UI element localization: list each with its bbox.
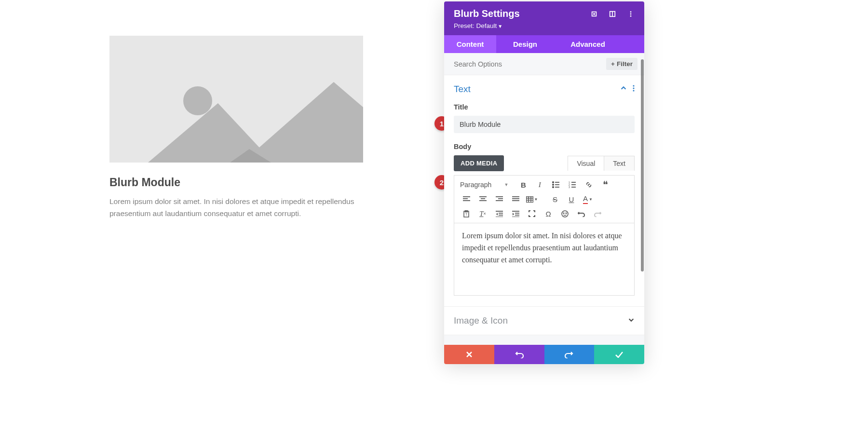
title-field-label: Title (454, 103, 635, 111)
format-select-label: Paragraph (460, 181, 491, 189)
blurb-preview: Blurb Module Lorem ipsum dolor sit amet.… (109, 36, 363, 220)
section-text: Text Title Body ADD MEDIA Visual Text (444, 75, 644, 307)
cancel-button[interactable] (444, 345, 494, 364)
placeholder-image (109, 36, 363, 163)
svg-point-16 (553, 187, 554, 188)
tab-design[interactable]: Design (496, 35, 554, 53)
align-center-icon[interactable] (475, 193, 491, 205)
body-field-label: Body (454, 143, 635, 150)
filter-label: Filter (617, 60, 633, 68)
scrollbar[interactable] (641, 59, 644, 272)
svg-point-7 (630, 13, 632, 14)
svg-rect-36 (526, 196, 533, 202)
svg-point-6 (630, 11, 632, 13)
align-left-icon[interactable] (458, 193, 475, 205)
svg-point-14 (553, 184, 554, 185)
editor-toolbar: Paragraph▼ B I 123 ❝ ▼ S U (454, 175, 635, 223)
numbered-list-icon[interactable]: 123 (564, 178, 581, 191)
underline-icon[interactable]: U (563, 193, 580, 205)
save-button[interactable] (594, 345, 644, 364)
indent-icon[interactable] (507, 207, 524, 220)
undo-icon[interactable] (573, 207, 589, 220)
bold-icon[interactable]: B (515, 178, 531, 191)
svg-point-8 (630, 15, 632, 16)
footer-redo-button[interactable] (544, 345, 595, 364)
add-media-button[interactable]: ADD MEDIA (454, 155, 504, 171)
quote-icon[interactable]: ❝ (597, 178, 613, 191)
text-color-icon[interactable]: A▼ (580, 193, 596, 205)
svg-point-1 (183, 86, 212, 115)
settings-panel: Blurb Settings Preset: Default▼ Content … (444, 1, 644, 364)
svg-point-52 (562, 211, 568, 217)
svg-point-54 (566, 213, 567, 214)
search-input[interactable] (454, 60, 606, 68)
preview-title: Blurb Module (109, 176, 363, 189)
panel-header: Blurb Settings Preset: Default▼ (444, 1, 644, 35)
link-icon[interactable] (581, 178, 597, 191)
align-right-icon[interactable] (491, 193, 507, 205)
section-image-icon: Image & Icon (444, 307, 644, 335)
columns-icon[interactable] (609, 10, 616, 18)
svg-text:T: T (465, 213, 468, 216)
svg-text:3: 3 (569, 186, 570, 188)
svg-point-10 (633, 87, 634, 89)
format-select[interactable]: Paragraph▼ (458, 178, 510, 191)
svg-point-53 (563, 213, 564, 214)
editor-tab-visual[interactable]: Visual (568, 156, 604, 171)
outdent-icon[interactable] (491, 207, 507, 220)
chevron-up-icon[interactable] (620, 85, 627, 94)
svg-point-12 (553, 182, 554, 183)
table-icon[interactable]: ▼ (524, 193, 540, 205)
svg-point-11 (633, 90, 634, 91)
footer-undo-button[interactable] (494, 345, 544, 364)
tab-content[interactable]: Content (444, 35, 496, 53)
strikethrough-icon[interactable]: S (547, 193, 563, 205)
preset-label: Preset: Default (454, 22, 497, 29)
tab-advanced[interactable]: Advanced (554, 35, 622, 53)
panel-tabs: Content Design Advanced (444, 35, 644, 53)
preview-body: Lorem ipsum dolor sit amet. In nisi dolo… (109, 196, 363, 220)
redo-icon[interactable] (589, 207, 606, 220)
special-char-icon[interactable]: Ω (540, 207, 556, 220)
editor-tab-text[interactable]: Text (604, 156, 635, 171)
clear-format-icon[interactable]: T× (475, 207, 491, 220)
align-justify-icon[interactable] (507, 193, 524, 205)
italic-icon[interactable]: I (531, 178, 548, 191)
section-image-icon-header[interactable]: Image & Icon (444, 307, 644, 335)
section-text-title: Text (454, 84, 471, 95)
panel-title: Blurb Settings (454, 8, 520, 19)
chevron-down-icon[interactable] (628, 316, 635, 325)
body-editor-content[interactable]: Lorem ipsum dolor sit amet. In nisi dolo… (454, 223, 635, 296)
panel-footer (444, 345, 644, 364)
emoji-icon[interactable] (556, 207, 573, 220)
title-input[interactable] (454, 116, 635, 133)
filter-button[interactable]: +Filter (606, 58, 637, 70)
bullet-list-icon[interactable] (548, 178, 564, 191)
expand-icon[interactable] (590, 10, 598, 18)
fullscreen-icon[interactable] (524, 207, 540, 220)
search-row: +Filter (444, 53, 644, 75)
section-image-icon-title: Image & Icon (454, 315, 508, 326)
more-icon[interactable] (627, 10, 635, 18)
paste-text-icon[interactable]: T (458, 207, 475, 220)
svg-point-3 (594, 13, 595, 14)
svg-point-9 (633, 85, 634, 86)
section-text-header[interactable]: Text (444, 75, 644, 103)
preset-selector[interactable]: Preset: Default▼ (454, 22, 635, 29)
section-more-icon[interactable] (633, 85, 635, 94)
